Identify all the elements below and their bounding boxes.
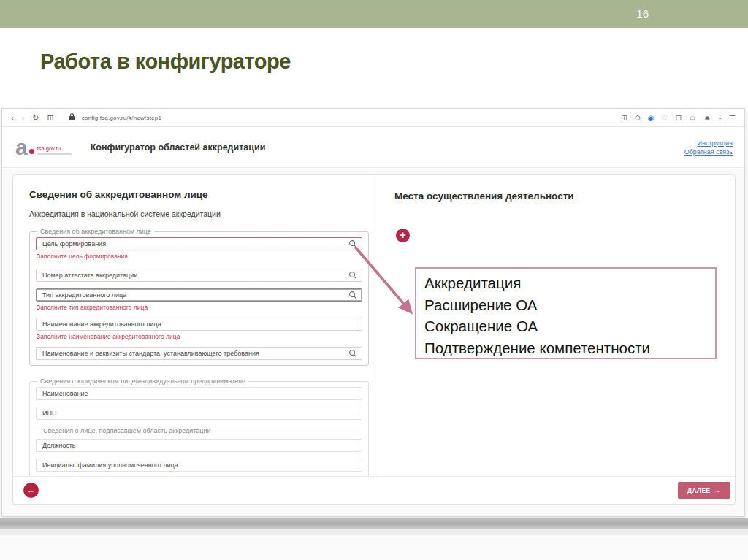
fieldset1-legend: Сведения об аккредитованном лице: [37, 228, 154, 235]
emoji-icon[interactable]: ☺: [689, 114, 696, 122]
org-name-input[interactable]: [36, 387, 362, 400]
add-place-button[interactable]: +: [396, 229, 410, 242]
search-icon[interactable]: [348, 349, 357, 358]
screenshot-bottom-shadow: [0, 518, 748, 529]
goal-field: [36, 237, 362, 250]
certificate-number-field: [36, 269, 362, 282]
accredited-person-type-error: Заполните тип аккредитованного лица: [37, 304, 362, 311]
annotation-callout: Аккредитация Расширение ОА Сокращение ОА…: [415, 267, 717, 359]
download-icon[interactable]: ⤓: [719, 113, 722, 122]
sidebar-icon[interactable]: ☰: [729, 114, 736, 122]
accredited-person-type-input[interactable]: [36, 288, 362, 302]
browser-extension-icons: ⊞ ⊙ ◉ ♡ ⊟ ☺ ☻ ⤓ ☰: [621, 113, 736, 122]
slide-number: 16: [636, 7, 649, 20]
accredited-person-name-field: [36, 318, 362, 331]
logo-tagline: [37, 153, 72, 155]
search-icon[interactable]: [348, 271, 357, 280]
left-panel-title: Сведения об аккредитованном лице: [29, 189, 369, 200]
favorites-icon[interactable]: ♡: [662, 114, 668, 122]
legal-entity-fieldset: Сведения о юридическом лице/индивидуальн…: [29, 377, 369, 477]
org-name-field: [36, 387, 362, 400]
arrow-right-icon: →: [714, 486, 721, 494]
initials-input[interactable]: [36, 459, 362, 472]
goal-input[interactable]: [36, 237, 362, 250]
logo-text: fsa.gov.ru: [37, 145, 72, 152]
accredited-person-fieldset: Сведения об аккредитованном лице Заполни…: [29, 228, 369, 366]
position-input[interactable]: [36, 439, 362, 452]
app-title: Конфигуратор областей аккредитации: [91, 142, 266, 153]
next-button[interactable]: ДАЛЕЕ →: [678, 482, 730, 499]
logo-a-glyph: a: [15, 138, 28, 157]
inn-input[interactable]: [36, 407, 362, 420]
app-header: a fsa.gov.ru Конфигуратор областей аккре…: [2, 127, 744, 168]
accredited-person-panel: Сведения об аккредитованном лице Аккреди…: [13, 175, 378, 476]
header-links: Инструкция Обратная связь: [684, 139, 733, 156]
callout-line: Сокращение ОА: [424, 315, 715, 337]
right-panel-title: Места осуществления деятельности: [394, 191, 723, 202]
certificate-number-input[interactable]: [36, 269, 362, 282]
callout-line: Расширение ОА: [424, 294, 715, 316]
instruction-link[interactable]: Инструкция: [684, 139, 733, 147]
standard-field: [36, 347, 362, 360]
camera-icon[interactable]: ⊙: [634, 114, 640, 122]
search-icon[interactable]: [348, 291, 357, 299]
screenshot-bottom-shadow-light: [0, 529, 748, 535]
extensions-icon[interactable]: ⊞: [621, 114, 627, 122]
callout-line: Аккредитация: [424, 272, 715, 294]
search-icon[interactable]: [348, 239, 357, 248]
fsa-logo: a fsa.gov.ru: [15, 138, 72, 157]
goal-error: Заполните цель формирования: [37, 253, 362, 260]
forward-icon[interactable]: ›: [22, 113, 25, 122]
account-badge-icon[interactable]: ◉: [648, 114, 654, 122]
slide-bottom-area: [0, 535, 748, 560]
cart-icon[interactable]: ⊟: [675, 114, 681, 122]
initials-field: [36, 459, 362, 472]
lock-icon: [69, 116, 75, 120]
address-bar[interactable]: config.fsa.gov.ru/#/new/step1: [82, 115, 161, 121]
position-field: [36, 439, 362, 452]
accredited-person-name-error: Заполните наименование аккредитованного …: [37, 333, 362, 340]
reload-icon[interactable]: ↻: [32, 113, 39, 123]
feedback-link[interactable]: Обратная связь: [684, 147, 733, 156]
inn-field: [36, 407, 362, 420]
page-title: Работа в конфигураторе: [40, 50, 291, 74]
standard-input[interactable]: [36, 347, 362, 360]
accredited-person-name-input[interactable]: [36, 318, 362, 331]
accredited-person-type-field: [36, 288, 362, 302]
left-panel-subtitle: Аккредитация в национальной системе аккр…: [29, 210, 369, 218]
back-button[interactable]: ←: [23, 483, 39, 498]
next-button-label: ДАЛЕЕ: [687, 487, 711, 494]
logo-dot-icon: [29, 149, 34, 154]
wizard-footer: ← ДАЛЕЕ →: [13, 476, 735, 504]
fieldset2-legend: Сведения о юридическом лице/индивидуальн…: [37, 377, 248, 385]
signer-legend: Сведения о лице, подписавшем область акк…: [36, 427, 362, 434]
slide: 16 Работа в конфигураторе ‹ › ↻ ⊞ config…: [0, 0, 748, 560]
callout-line: Подтверждение компетентности: [424, 337, 715, 359]
browser-toolbar: ‹ › ↻ ⊞ config.fsa.gov.ru/#/new/step1 ⊞ …: [2, 109, 744, 127]
tabs-icon[interactable]: ⊞: [47, 113, 54, 123]
back-icon[interactable]: ‹: [11, 113, 14, 122]
profile-icon[interactable]: ☻: [703, 114, 711, 122]
